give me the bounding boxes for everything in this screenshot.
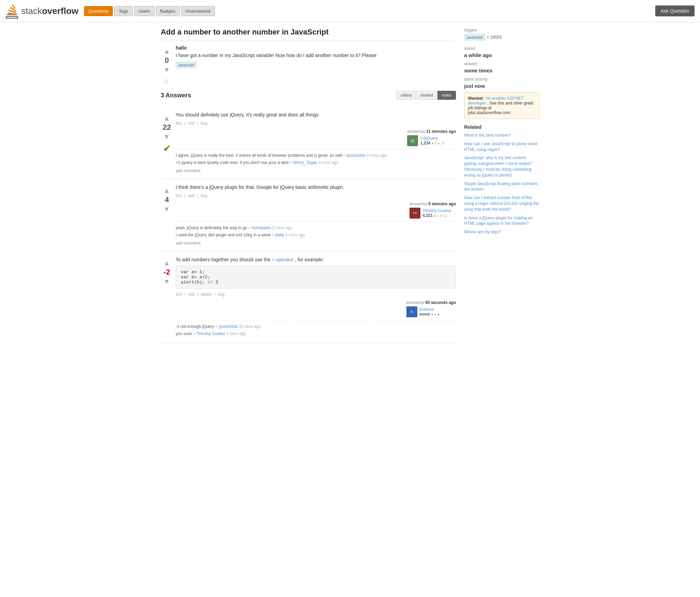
answer-2-edit[interactable]: edit <box>188 193 194 198</box>
site-logo[interactable]: stackoverflow <box>5 3 79 19</box>
answer-2-vote-down[interactable]: ▼ <box>162 204 172 214</box>
sidebar-tag-javascript[interactable]: javascript <box>464 34 485 41</box>
question-favorite-star[interactable]: ☆ <box>163 77 171 85</box>
answer-1-commenter-1[interactable]: ||sumc0da <box>347 153 365 158</box>
answer-2-commenter-1[interactable]: fishnipples <box>252 225 271 230</box>
answer-item-2: ▲ 4 ▼ I think there's a jQuery plugin fo… <box>161 179 456 251</box>
answer-1-accepted-check: ✔ <box>163 143 171 154</box>
question-vote-down[interactable]: ▼ <box>162 65 172 74</box>
sidebar-tag-count: × 18553 <box>487 35 502 40</box>
answer-1-time: answered 11 minutes ago <box>407 129 456 134</box>
answer-1-vote-up[interactable]: ▲ <box>162 113 172 123</box>
stackoverflow-logo-icon <box>5 3 19 19</box>
related-link-5[interactable]: How can I extract number from HTML using… <box>464 195 539 212</box>
related-link-1[interactable]: What is the best number? <box>464 133 511 138</box>
answer-3-code: var a= 1; var b= a+2; alert(b); // 3 <box>176 266 456 289</box>
answer-3-actions: link | edit | delete | flag <box>176 292 456 297</box>
answer-3-commenter-1[interactable]: ||sumc0da <box>219 324 238 329</box>
sidebar: tagged javascript × 18553 asked a while … <box>464 28 539 343</box>
svg-rect-2 <box>7 18 17 19</box>
answer-1-user-card: jQ l<3jQuery 1,234 ● 2 ● 13 <box>407 135 456 146</box>
related-item-2: How can I use JavaScript to parse some H… <box>464 141 539 153</box>
question-body: hallo I have got a number in my JavaScri… <box>176 45 456 85</box>
answer-1-rep: 1,234 <box>420 141 430 145</box>
answer-3-flag[interactable]: flag <box>218 292 224 297</box>
answer-2-link[interactable]: link <box>176 193 182 198</box>
answer-1-comments: I agree, jQuery is really the best, it s… <box>176 149 456 173</box>
answer-2-username[interactable]: Timothy Goatse <box>422 208 451 213</box>
related-link-6[interactable]: Is there a jQuery plugin for making an H… <box>464 216 533 226</box>
answer-2-actions: link | edit | flag <box>176 193 456 198</box>
site-header: stackoverflow Questions Tags Users Badge… <box>0 0 700 22</box>
answer-2-time: answered 5 minutes ago <box>409 202 456 206</box>
answer-3-text: To add numbers together you should use t… <box>176 257 456 262</box>
logo-text: stackoverflow <box>21 6 79 16</box>
answer-2-avatar: TG <box>409 208 420 219</box>
answer-3-vote-up[interactable]: ▲ <box>162 258 172 268</box>
answer-2-gold-badge: ● 1 <box>434 214 439 218</box>
question-detail: I have got a number in my JavaScript var… <box>176 53 456 58</box>
answer-2-vote-up[interactable]: ▲ <box>162 186 172 195</box>
answer-3-bronze-badge: ● <box>438 313 440 316</box>
answer-1-time-detail: 11 minutes ago <box>426 129 456 134</box>
main-content: Add a number to another number in JavaSc… <box>155 22 545 349</box>
sort-votes[interactable]: votes <box>438 91 456 100</box>
answer-1-vote-count: 22 <box>163 123 171 132</box>
answer-3-operator-link[interactable]: + operator <box>272 257 294 262</box>
question-vote-up[interactable]: ▲ <box>162 46 172 56</box>
answer-3-commenter-2[interactable]: Timothy Goatse <box>197 331 225 336</box>
answer-3-edit[interactable]: edit <box>188 292 194 297</box>
related-link-2[interactable]: How can I use JavaScript to parse some H… <box>464 141 538 152</box>
answer-3-vote-cell: ▲ -2 ▼ <box>161 257 173 337</box>
answer-1-silver-badge: ● 13 <box>438 141 444 145</box>
sort-oldest[interactable]: oldest <box>396 91 416 100</box>
ask-question-button[interactable]: Ask Question <box>655 5 695 16</box>
answer-1-comment-2: +1 jquery is best quality code ever, if … <box>176 159 456 166</box>
answer-1-avatar: jQ <box>407 135 418 146</box>
sidebar-viewed: viewed some times <box>464 61 539 73</box>
related-item-1: What is the best number? <box>464 133 539 138</box>
answer-1-add-comment[interactable]: add comment <box>176 168 201 173</box>
answer-2-flag[interactable]: flag <box>201 193 207 198</box>
answer-1-edit[interactable]: edit <box>188 121 194 126</box>
nav-users[interactable]: Users <box>134 6 154 16</box>
answer-2-comments: yeah, jQuery is definately the way to go… <box>176 221 456 246</box>
sort-newest[interactable]: newest <box>416 91 438 100</box>
related-link-7[interactable]: Where are my legs? <box>464 230 501 234</box>
sidebar-latest-label: latest activity <box>464 77 539 82</box>
nav-questions[interactable]: Questions <box>84 6 113 16</box>
answer-1-vote-down[interactable]: ▼ <box>162 132 172 141</box>
logo-plain: stack <box>21 6 42 16</box>
answer-3-vote-down[interactable]: ▼ <box>162 277 172 286</box>
answer-1-username[interactable]: l<3jQuery <box>420 136 438 141</box>
answer-3-user-info: bobince some ● ● ● <box>419 307 440 317</box>
answer-2-comment-2: I used the jQuery diet plugin and lost 1… <box>176 232 456 239</box>
related-item-7: Where are my legs? <box>464 229 539 235</box>
answer-3-username[interactable]: bobince <box>419 307 434 312</box>
nav-tags[interactable]: Tags <box>114 6 132 16</box>
question-tag-javascript[interactable]: javascript <box>176 61 197 68</box>
answer-1-commenter-2[interactable]: Werry_Togan <box>293 160 318 165</box>
sidebar-tagged-label: tagged <box>464 28 539 32</box>
related-link-3[interactable]: JavaScript: why is my text content getti… <box>464 155 532 177</box>
answer-1-link[interactable]: link <box>176 121 182 126</box>
nav-badges[interactable]: Badges <box>156 6 180 16</box>
answer-1-actions: link | edit | flag <box>176 121 456 126</box>
sidebar-asked-value: a while ago <box>464 52 539 58</box>
question-section: ▲ 0 ▼ ☆ hallo I have got a number in my … <box>161 45 456 85</box>
answer-2-user-info: Timothy Goatse 4,321 ● 1 ● 12 <box>422 208 451 218</box>
answer-3-link[interactable]: link <box>176 292 182 297</box>
nav-unanswered[interactable]: Unanswered <box>181 6 215 16</box>
question-content: Add a number to another number in JavaSc… <box>161 28 464 343</box>
svg-rect-1 <box>7 16 17 17</box>
answer-3-gold-badge: ● <box>431 313 433 316</box>
answer-1-vote-cell: ▲ 22 ▼ ✔ <box>161 112 173 173</box>
answer-2-vote-cell: ▲ 4 ▼ <box>161 184 173 246</box>
answer-3-comment-1: -1 not enough jQuery – ||sumc0da 30 secs… <box>176 323 456 330</box>
answer-3-delete[interactable]: delete <box>201 292 212 297</box>
related-link-4[interactable]: Stupid JavaScript floating point numbers… <box>464 181 538 192</box>
answer-1-flag[interactable]: flag <box>201 121 207 126</box>
answer-2-add-comment[interactable]: add comment <box>176 241 201 246</box>
related-item-5: How can I extract number from HTML using… <box>464 195 539 212</box>
answer-2-commenter-2[interactable]: jfatty <box>275 233 284 237</box>
